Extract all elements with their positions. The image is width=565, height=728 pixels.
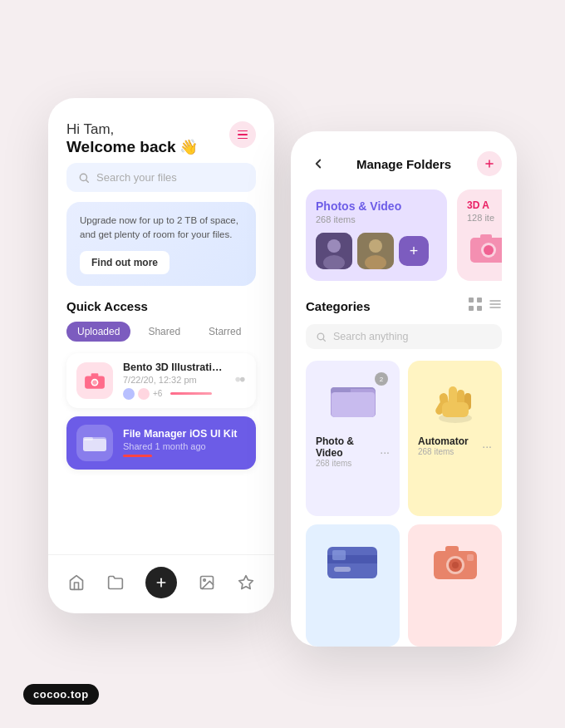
- list-view-icon[interactable]: [489, 298, 502, 314]
- cat-count-2: 268 items: [418, 447, 469, 456]
- menu-button[interactable]: [229, 121, 256, 148]
- tab-shared[interactable]: Shared: [137, 322, 191, 342]
- svg-rect-56: [445, 546, 459, 553]
- svg-rect-28: [469, 298, 474, 303]
- phone-left: Hi Tam, Welcome back 👋: [48, 98, 274, 613]
- search-icon: [78, 172, 90, 184]
- folder-card-3d[interactable]: 3D A 128 ite: [457, 189, 502, 281]
- search-box[interactable]: Search your files: [66, 163, 256, 192]
- find-out-button[interactable]: Find out more: [80, 251, 170, 274]
- nav-gallery-icon[interactable]: [198, 573, 216, 592]
- file-tags-1: +6: [123, 388, 224, 400]
- camera-icon: [84, 371, 106, 390]
- tabs-row: Uploaded Shared Starred: [66, 322, 256, 342]
- svg-point-26: [484, 245, 494, 255]
- nav-home-icon[interactable]: [67, 573, 86, 592]
- cat-item-card[interactable]: [306, 524, 400, 647]
- folder-thumbnails: +: [316, 233, 437, 269]
- menu-lines-icon: [238, 130, 248, 140]
- camera-3d-icon-2: [430, 543, 480, 584]
- nav-star-icon[interactable]: [237, 573, 255, 592]
- cat-search-placeholder: Search anything: [333, 331, 408, 342]
- file-item-2[interactable]: File Manager iOS UI Kit Shared 1 month a…: [66, 416, 256, 470]
- svg-rect-27: [480, 234, 492, 240]
- svg-rect-47: [442, 402, 469, 417]
- file-item-1[interactable]: Bento 3D Illustration 7/22/20, 12:32 pm …: [66, 353, 256, 408]
- folder-3d-icon: [328, 377, 378, 423]
- categories-header: Categories: [306, 298, 502, 314]
- phone-right: Manage Folders Photos & Video 268 items: [291, 131, 517, 647]
- nav-folder-icon[interactable]: [106, 573, 125, 592]
- bottom-nav: [48, 554, 274, 613]
- svg-rect-57: [467, 554, 474, 561]
- cat-badge-1: 2: [375, 372, 388, 386]
- grid-view-icon[interactable]: [469, 298, 482, 314]
- plus-icon: [484, 158, 495, 170]
- file-icon-box-1: [76, 362, 113, 399]
- add-folder-button[interactable]: [477, 151, 502, 176]
- nav-add-button[interactable]: [145, 567, 177, 598]
- upgrade-card: Upgrade now for up to 2 TB of space, and…: [66, 202, 256, 286]
- progress-bar-1: [170, 392, 212, 395]
- svg-rect-29: [477, 298, 482, 303]
- cat-footer-1: Photo & Video 268 items ···: [316, 435, 390, 468]
- cat-item-automator[interactable]: Automator 268 items ···: [408, 361, 502, 516]
- svg-rect-40: [332, 392, 375, 417]
- back-button[interactable]: [306, 151, 331, 176]
- cat-more-1[interactable]: ···: [380, 445, 390, 459]
- cat-footer-2: Automator 268 items ···: [418, 435, 492, 456]
- category-grid: 2 Photo & Video 268 items: [306, 361, 502, 647]
- hi-text: Hi Tam,: [66, 121, 198, 138]
- folder-card-title-3d: 3D A: [467, 199, 502, 211]
- svg-rect-10: [83, 437, 93, 440]
- shared-icon: [234, 376, 246, 386]
- svg-point-14: [204, 579, 206, 582]
- svg-point-4: [92, 380, 96, 384]
- cat-more-2[interactable]: ···: [482, 440, 492, 453]
- thumb-add-button[interactable]: +: [399, 236, 429, 266]
- welcome-text: Welcome back 👋: [66, 138, 198, 156]
- svg-rect-50: [334, 567, 351, 572]
- phones-container: Hi Tam, Welcome back 👋: [48, 98, 517, 647]
- folder-card-photos[interactable]: Photos & Video 268 items: [306, 189, 447, 281]
- upgrade-text: Upgrade now for up to 2 TB of space, and…: [80, 214, 243, 243]
- cat-item-camera[interactable]: [408, 524, 502, 647]
- file-meta-1: 7/22/20, 12:32 pm: [123, 375, 224, 385]
- progress-bar-2: [123, 455, 152, 457]
- file-meta-2: Shared 1 month ago: [123, 441, 246, 451]
- svg-line-36: [323, 339, 325, 341]
- thumb-person1: [316, 233, 352, 269]
- svg-point-22: [369, 239, 382, 253]
- back-arrow-icon: [311, 156, 326, 171]
- hand-3d-icon: [430, 375, 480, 425]
- cat-item-photo-video[interactable]: 2 Photo & Video 268 items: [306, 361, 400, 516]
- svg-marker-15: [239, 576, 253, 589]
- camera-3d-icon: [467, 231, 502, 268]
- tag-dot-2: [138, 388, 150, 400]
- search-placeholder: Search your files: [96, 171, 177, 184]
- folder-card-count-3d: 128 ite: [467, 213, 502, 223]
- cat-icon-area-3: [316, 534, 390, 593]
- folder-card-count-photos: 268 items: [316, 214, 437, 224]
- file-name-1: Bento 3D Illustration: [123, 362, 224, 373]
- person-avatar-1: [316, 233, 352, 269]
- quick-access-title: Quick Access: [66, 299, 256, 313]
- svg-point-6: [235, 376, 240, 381]
- svg-rect-31: [477, 306, 482, 311]
- file-icon-box-2: [76, 425, 113, 461]
- svg-point-55: [452, 562, 459, 568]
- file-info-1: Bento 3D Illustration 7/22/20, 12:32 pm …: [123, 362, 224, 400]
- svg-rect-9: [83, 439, 106, 451]
- svg-rect-5: [91, 373, 99, 376]
- tag-dot-1: [123, 388, 135, 400]
- cat-search-icon: [316, 332, 327, 342]
- folders-scroll: Photos & Video 268 items: [306, 189, 502, 281]
- file-list: Bento 3D Illustration 7/22/20, 12:32 pm …: [66, 353, 256, 555]
- category-search[interactable]: Search anything: [306, 324, 502, 349]
- person-avatar-2: [357, 233, 394, 269]
- wave-emoji: 👋: [179, 138, 198, 156]
- tab-starred[interactable]: Starred: [198, 322, 252, 342]
- folder-card-title-photos: Photos & Video: [316, 199, 437, 213]
- cat-icon-area-4: [418, 534, 492, 593]
- tab-uploaded[interactable]: Uploaded: [66, 322, 130, 342]
